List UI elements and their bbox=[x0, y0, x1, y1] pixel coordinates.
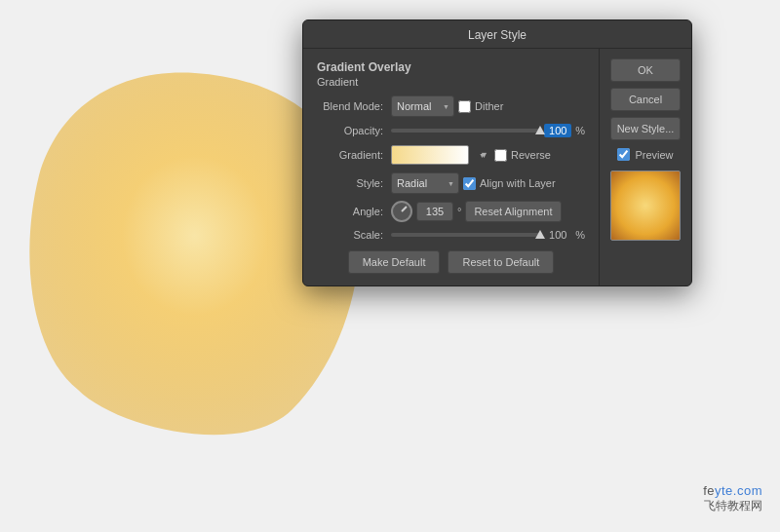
style-row: Style: Radial Linear Angle Reflected Dia… bbox=[317, 172, 585, 194]
gradient-control: ▼ Reverse bbox=[391, 144, 585, 166]
watermark-domain: feyte.com bbox=[703, 483, 762, 498]
reset-to-default-button[interactable]: Reset to Default bbox=[448, 250, 554, 274]
gradient-dropdown-wrapper[interactable]: ▼ bbox=[473, 144, 490, 166]
align-layer-label: Align with Layer bbox=[480, 177, 556, 189]
opacity-row: Opacity: 100 % bbox=[317, 124, 585, 137]
dialog-title: Layer Style bbox=[468, 28, 526, 42]
opacity-slider-track[interactable] bbox=[391, 129, 540, 133]
scale-value: 100 bbox=[544, 229, 571, 241]
section-title: Gradient Overlay bbox=[317, 60, 585, 74]
ok-button[interactable]: OK bbox=[610, 58, 681, 82]
scale-row: Scale: 100 % bbox=[317, 229, 585, 241]
blend-mode-select-wrapper[interactable]: Normal Dissolve Multiply bbox=[391, 95, 454, 117]
align-layer-group: Align with Layer bbox=[463, 177, 556, 190]
dialog-body: Gradient Overlay Gradient Blend Mode: No… bbox=[303, 49, 691, 285]
watermark-text: 飞特教程网 bbox=[703, 498, 762, 514]
dither-group: Dither bbox=[458, 100, 503, 113]
scale-control: 100 % bbox=[391, 229, 585, 241]
section-subtitle: Gradient bbox=[317, 76, 585, 88]
dialog-left-panel: Gradient Overlay Gradient Blend Mode: No… bbox=[303, 49, 599, 285]
gradient-label: Gradient: bbox=[317, 149, 383, 161]
bottom-buttons: Make Default Reset to Default bbox=[317, 250, 585, 274]
style-select[interactable]: Radial Linear Angle Reflected Diamond bbox=[391, 172, 459, 194]
reverse-label: Reverse bbox=[511, 149, 551, 161]
style-control: Radial Linear Angle Reflected Diamond Al… bbox=[391, 172, 585, 194]
angle-row: Angle: ° Reset Alignment bbox=[317, 201, 585, 222]
angle-dial[interactable] bbox=[391, 201, 412, 222]
make-default-button[interactable]: Make Default bbox=[348, 250, 441, 274]
scale-label: Scale: bbox=[317, 229, 383, 241]
dither-label: Dither bbox=[475, 100, 503, 112]
preview-row: Preview bbox=[617, 148, 673, 161]
angle-input[interactable] bbox=[416, 202, 453, 221]
opacity-control: 100 % bbox=[391, 124, 585, 137]
gradient-row: Gradient: ▼ Reverse bbox=[317, 144, 585, 166]
opacity-label: Opacity: bbox=[317, 125, 383, 136]
preview-checkbox[interactable] bbox=[617, 148, 630, 161]
reverse-group: Reverse bbox=[494, 149, 551, 162]
cancel-button[interactable]: Cancel bbox=[610, 88, 681, 111]
scale-slider-track[interactable] bbox=[391, 233, 540, 237]
blend-mode-control: Normal Dissolve Multiply Dither bbox=[391, 95, 585, 117]
gradient-swatch[interactable] bbox=[391, 145, 469, 165]
blend-mode-select[interactable]: Normal Dissolve Multiply bbox=[391, 95, 454, 117]
new-style-button[interactable]: New Style... bbox=[610, 117, 681, 140]
opacity-value[interactable]: 100 bbox=[544, 124, 571, 137]
preview-label: Preview bbox=[635, 149, 673, 161]
align-layer-checkbox[interactable] bbox=[463, 177, 476, 190]
reverse-checkbox[interactable] bbox=[494, 149, 507, 162]
degree-sign: ° bbox=[457, 206, 461, 217]
dialog-titlebar: Layer Style bbox=[303, 20, 691, 49]
scale-slider-row bbox=[391, 233, 540, 237]
angle-label: Angle: bbox=[317, 206, 383, 217]
style-select-wrapper[interactable]: Radial Linear Angle Reflected Diamond bbox=[391, 172, 459, 194]
opacity-pct: % bbox=[575, 125, 585, 136]
style-label: Style: bbox=[317, 177, 383, 189]
scale-pct: % bbox=[575, 229, 585, 241]
layer-style-dialog: Layer Style Gradient Overlay Gradient Bl… bbox=[302, 19, 692, 286]
preview-thumbnail bbox=[610, 171, 681, 241]
opacity-slider-row bbox=[391, 129, 540, 133]
opacity-slider-thumb[interactable] bbox=[535, 126, 545, 134]
scale-slider-thumb[interactable] bbox=[535, 230, 545, 239]
blend-mode-label: Blend Mode: bbox=[317, 100, 383, 112]
blend-mode-row: Blend Mode: Normal Dissolve Multiply Dit… bbox=[317, 95, 585, 117]
watermark: feyte.com 飞特教程网 bbox=[703, 483, 762, 514]
angle-control: ° Reset Alignment bbox=[391, 201, 585, 222]
reset-alignment-button[interactable]: Reset Alignment bbox=[465, 201, 561, 222]
dither-checkbox[interactable] bbox=[458, 100, 471, 113]
dialog-right-panel: OK Cancel New Style... Preview bbox=[599, 49, 691, 285]
